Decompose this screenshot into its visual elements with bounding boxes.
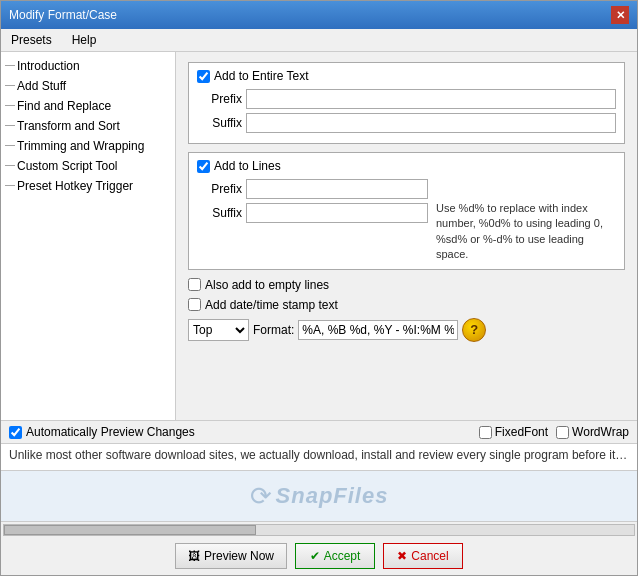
preview-icon: 🖼 [188,549,200,563]
lines-suffix-label: Suffix [197,206,242,220]
fixed-font-label: FixedFont [495,425,548,439]
format-row: Top Bottom Format: ? [188,318,625,342]
auto-preview-checkbox[interactable] [9,426,22,439]
datetime-label: Add date/time stamp text [205,298,338,312]
logo-text: SnapFiles [276,483,389,509]
help-icon: ? [470,322,478,337]
also-add-label: Also add to empty lines [205,278,329,292]
lines-prefix-row: Prefix [197,179,428,199]
main-window: Modify Format/Case ✕ Presets Help Introd… [0,0,638,576]
sidebar-item-introduction[interactable]: Introduction [1,56,175,76]
accept-icon: ✔ [310,549,320,563]
menu-presets[interactable]: Presets [5,31,58,49]
add-to-entire-text-checkbox-label[interactable]: Add to Entire Text [197,69,616,83]
accept-button[interactable]: ✔ Accept [295,543,375,569]
sidebar-item-custom-script[interactable]: Custom Script Tool [1,156,175,176]
logo-area: ⟳ SnapFiles [1,471,637,521]
add-to-lines-label: Add to Lines [214,159,281,173]
cancel-icon: ✖ [397,549,407,563]
main-content: Introduction Add Stuff Find and Replace … [1,52,637,420]
format-label: Format: [253,323,294,337]
sidebar-item-find-replace[interactable]: Find and Replace [1,96,175,116]
add-to-lines-section: Add to Lines Prefix Suffix Use %d% to re [188,152,625,270]
datetime-label-wrap[interactable]: Add date/time stamp text [188,298,338,312]
format-help-button[interactable]: ? [462,318,486,342]
preview-text: Unlike most other software download site… [1,443,637,471]
lines-content: Prefix Suffix Use %d% to replace with in… [197,179,616,263]
word-wrap-label: WordWrap [572,425,629,439]
sidebar-item-trimming[interactable]: Trimming and Wrapping [1,136,175,156]
lines-hint: Use %d% to replace with index number, %0… [436,179,616,263]
suffix-label: Suffix [197,116,242,130]
menu-help[interactable]: Help [66,31,103,49]
button-row: 🖼 Preview Now ✔ Accept ✖ Cancel [1,537,637,575]
also-add-checkbox[interactable] [188,278,201,291]
auto-preview-label: Automatically Preview Changes [26,425,195,439]
preview-label: Preview Now [204,549,274,563]
auto-preview-label-wrap[interactable]: Automatically Preview Changes [9,425,195,439]
fixed-font-wrap[interactable]: FixedFont [479,425,548,439]
prefix-input[interactable] [246,89,616,109]
title-bar: Modify Format/Case ✕ [1,1,637,29]
suffix-input[interactable] [246,113,616,133]
sidebar: Introduction Add Stuff Find and Replace … [1,52,176,420]
add-to-entire-text-checkbox[interactable] [197,70,210,83]
fixed-font-checkbox[interactable] [479,426,492,439]
word-wrap-checkbox[interactable] [556,426,569,439]
format-input[interactable] [298,320,458,340]
close-button[interactable]: ✕ [611,6,629,24]
preview-now-button[interactable]: 🖼 Preview Now [175,543,287,569]
position-select[interactable]: Top Bottom [188,319,249,341]
also-add-label-wrap[interactable]: Also add to empty lines [188,278,329,292]
suffix-row: Suffix [197,113,616,133]
also-add-row: Also add to empty lines [188,278,625,292]
add-to-entire-text-section: Add to Entire Text Prefix Suffix [188,62,625,144]
add-to-entire-text-label: Add to Entire Text [214,69,309,83]
lines-prefix-input[interactable] [246,179,428,199]
scroll-track[interactable] [3,524,635,536]
sidebar-item-transform-sort[interactable]: Transform and Sort [1,116,175,136]
scroll-thumb[interactable] [4,525,256,535]
cancel-label: Cancel [411,549,448,563]
prefix-row: Prefix [197,89,616,109]
datetime-checkbox[interactable] [188,298,201,311]
bottom-bar: Automatically Preview Changes FixedFont … [1,420,637,443]
scrollbar-area[interactable] [1,521,637,537]
add-to-lines-checkbox[interactable] [197,160,210,173]
prefix-label: Prefix [197,92,242,106]
menu-bar: Presets Help [1,29,637,52]
accept-label: Accept [324,549,361,563]
right-checks: FixedFont WordWrap [479,425,629,439]
lines-prefix-label: Prefix [197,182,242,196]
logo-icon: ⟳ [250,481,272,512]
add-to-lines-checkbox-label[interactable]: Add to Lines [197,159,616,173]
sidebar-item-hotkey[interactable]: Preset Hotkey Trigger [1,176,175,196]
datetime-check-row: Add date/time stamp text [188,298,625,312]
window-title: Modify Format/Case [9,8,117,22]
lines-left: Prefix Suffix [197,179,428,263]
lines-suffix-input[interactable] [246,203,428,223]
right-panel: Add to Entire Text Prefix Suffix Add to … [176,52,637,420]
cancel-button[interactable]: ✖ Cancel [383,543,463,569]
sidebar-item-add-stuff[interactable]: Add Stuff [1,76,175,96]
lines-suffix-row: Suffix [197,203,428,223]
word-wrap-wrap[interactable]: WordWrap [556,425,629,439]
